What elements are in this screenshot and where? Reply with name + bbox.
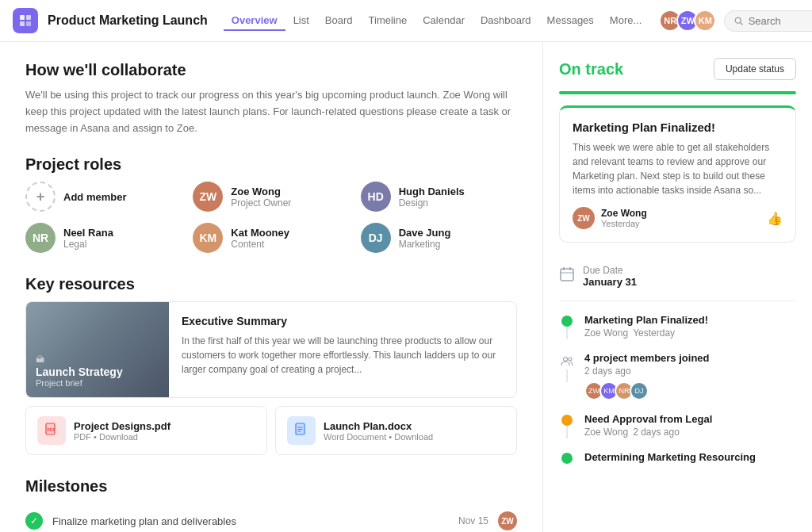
timeline-title-1: Marketing Plan Finalized! [584, 314, 796, 326]
status-card-title: Marketing Plan Finalized! [573, 121, 783, 134]
collaboration-title: How we'll collaborate [25, 61, 517, 79]
timeline-dot-green-2 [561, 453, 573, 464]
role-add[interactable]: + Add member [25, 182, 182, 212]
svg-rect-14 [561, 269, 573, 281]
collaboration-desc: We'll be using this project to track our… [25, 87, 517, 136]
milestones-title: Milestones [25, 477, 517, 496]
timeline-dot-people [559, 354, 575, 369]
timeline-item-4: Determining Marketing Resourcing [559, 445, 796, 470]
member-avatars: ZW KM NR DJ [584, 381, 796, 400]
role-name-kat: Kat Mooney [231, 227, 289, 239]
timeline-item-2: 4 project members joined 2 days ago ZW K… [559, 346, 796, 407]
milestone-text: Finalize marketing plan and deliverables [52, 515, 449, 527]
svg-rect-1 [26, 15, 31, 20]
timeline-time-1: Yesterday [633, 327, 675, 339]
role-name-neel: Neel Rana [63, 227, 113, 239]
collaboration-section: How we'll collaborate We'll be using thi… [25, 61, 517, 136]
resource-text-title: Executive Summary [182, 315, 504, 327]
status-label: On track [559, 60, 623, 78]
resource-text-content: Executive Summary In the first half of t… [169, 302, 516, 397]
doc-filename: Launch Plan.docx [324, 420, 433, 432]
status-author: ZW Zoe Wong Yesterday [573, 207, 647, 229]
svg-line-5 [741, 22, 743, 25]
role-name-dave: Dave Jung [399, 227, 451, 239]
resources-title: Key resources [25, 275, 517, 293]
nav-calendar[interactable]: Calendar [415, 11, 473, 31]
milestone-avatar: ZW [498, 511, 517, 530]
status-card-footer: ZW Zoe Wong Yesterday 👍 [573, 207, 783, 229]
role-title-hugh: Design [399, 197, 465, 209]
due-date-section: Due Date January 31 [559, 258, 796, 301]
role-avatar-zoe: ZW [193, 182, 223, 212]
role-avatar-neel: NR [25, 223, 56, 253]
avatar: KM [694, 10, 716, 32]
svg-rect-3 [26, 21, 31, 26]
role-title-dave: Marketing [399, 239, 451, 250]
content-left: How we'll collaborate We'll be using thi… [0, 42, 542, 532]
role-avatar-kat: KM [193, 223, 223, 253]
resource-image: 🏔 Launch Strategy Project brief [26, 302, 169, 397]
nav-list[interactable]: List [285, 11, 317, 31]
header-right: NR ZW KM + ? [659, 9, 812, 33]
update-status-button[interactable]: Update status [714, 58, 796, 80]
due-date-value: January 31 [583, 276, 637, 288]
like-button[interactable]: 👍 [767, 211, 783, 226]
role-title-kat: Content [231, 239, 289, 250]
nav-more[interactable]: More... [602, 11, 649, 31]
role-avatar-hugh: HD [361, 182, 391, 212]
main-content: How we'll collaborate We'll be using thi… [0, 42, 812, 532]
app-logo [13, 8, 38, 33]
header: Product Marketing Launch Overview List B… [0, 0, 812, 42]
due-date-label: Due Date [583, 265, 637, 276]
calendar-icon [559, 266, 575, 286]
right-sidebar: On track Update status Marketing Plan Fi… [542, 42, 812, 532]
role-avatar-dave: DJ [361, 223, 391, 253]
timeline-time-3: 2 days ago [633, 427, 680, 438]
doc-meta: Word Document • Download [324, 432, 433, 442]
timeline-author-1: Zoe Wong [584, 327, 628, 339]
search-box[interactable] [724, 10, 812, 32]
resource-image-sub: Project brief [36, 378, 159, 388]
svg-text:PDF: PDF [48, 427, 56, 432]
nav-board[interactable]: Board [317, 11, 361, 31]
resources-section: Key resources 🏔 Launch Strategy Project … [25, 275, 517, 455]
timeline-item-1: Marketing Plan Finalized! Zoe Wong Yeste… [559, 308, 796, 346]
roles-grid: + Add member ZW Zoe Wong Project Owner [25, 182, 517, 253]
status-card-text: This week we were able to get all stakeh… [573, 140, 783, 197]
nav-dashboard[interactable]: Dashboard [473, 11, 539, 31]
svg-rect-2 [20, 21, 25, 26]
nav-messages[interactable]: Messages [539, 11, 602, 31]
timeline-title-4: Determining Marketing Resourcing [584, 451, 796, 463]
milestone-check: ✓ [25, 512, 43, 530]
header-avatars: NR ZW KM [659, 10, 716, 32]
nav-timeline[interactable]: Timeline [361, 11, 416, 31]
milestone-date: Nov 15 [458, 515, 488, 526]
activity-timeline: Marketing Plan Finalized! Zoe Wong Yeste… [559, 308, 796, 470]
roles-section: Project roles + Add member ZW Zoe Wong P… [25, 155, 517, 253]
file-card-doc[interactable]: Launch Plan.docx Word Document • Downloa… [275, 406, 517, 455]
search-input[interactable] [749, 15, 812, 27]
search-icon [734, 16, 743, 26]
top-nav: Overview List Board Timeline Calendar Da… [224, 11, 650, 31]
author-time: Yesterday [601, 219, 647, 228]
pdf-meta: PDF • Download [74, 432, 170, 442]
file-card-pdf[interactable]: PDF Project Designs.pdf PDF • Download [25, 406, 267, 455]
svg-point-4 [736, 17, 741, 23]
main-resource-card[interactable]: 🏔 Launch Strategy Project brief Executiv… [25, 301, 517, 398]
status-card: Marketing Plan Finalized! This week we w… [559, 105, 796, 243]
file-cards: PDF Project Designs.pdf PDF • Download [25, 406, 517, 455]
timeline-dot-green [561, 316, 573, 327]
timeline-title-2: 4 project members joined [584, 352, 796, 364]
author-name: Zoe Wong [601, 208, 647, 219]
nav-overview[interactable]: Overview [224, 11, 285, 31]
milestone-item: ✓ Finalize marketing plan and deliverabl… [25, 503, 517, 532]
doc-icon [287, 416, 316, 445]
add-member-label: Add member [63, 191, 126, 203]
timeline-dot-orange [561, 415, 573, 426]
pdf-filename: Project Designs.pdf [74, 420, 170, 432]
role-zoe: ZW Zoe Wong Project Owner [193, 182, 349, 212]
timeline-time-2: 2 days ago [584, 366, 631, 377]
author-avatar: ZW [573, 207, 595, 229]
app-container: Product Marketing Launch Overview List B… [0, 0, 812, 532]
add-member-icon: + [25, 182, 56, 212]
